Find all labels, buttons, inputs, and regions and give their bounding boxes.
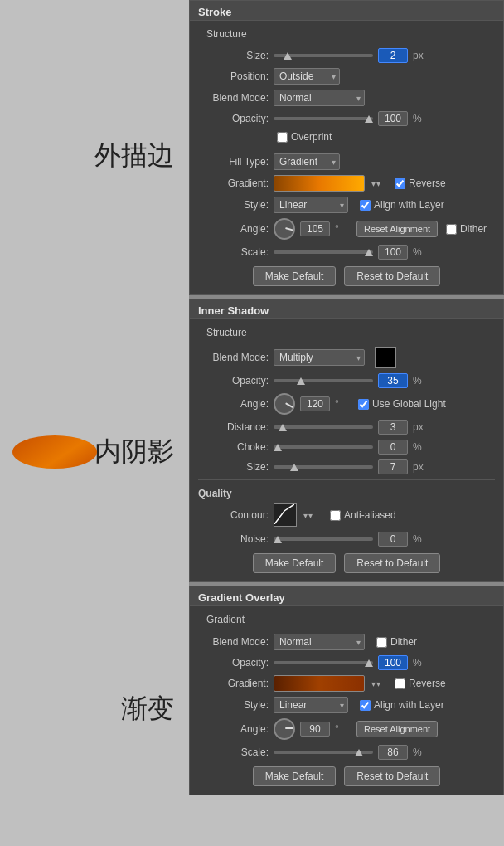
is-angle-dial[interactable] [274, 393, 295, 415]
is-blend-select-wrapper[interactable]: Multiply Normal Screen [274, 349, 365, 366]
go-opacity-slider[interactable] [274, 661, 373, 664]
go-make-default-btn[interactable]: Make Default [253, 766, 337, 786]
scale-label: Scale: [198, 246, 269, 258]
reset-alignment-btn[interactable]: Reset Alignment [356, 221, 438, 237]
shadow-make-default-btn[interactable]: Make Default [253, 553, 337, 573]
scale-unit: % [413, 246, 426, 258]
choke-input[interactable] [378, 440, 408, 455]
opacity-input[interactable] [378, 111, 408, 126]
contour-label: Contour: [198, 509, 269, 521]
blend-mode-select-wrapper[interactable]: Normal Multiply Screen [274, 90, 365, 106]
is-size-label: Size: [198, 461, 269, 473]
position-select[interactable]: Outside Inside Center [274, 68, 340, 85]
angle-unit: ° [335, 223, 348, 235]
go-gradient-bar[interactable] [274, 675, 365, 692]
size-label: Size: [198, 50, 269, 61]
opacity-slider[interactable] [274, 117, 373, 120]
reverse-checkbox[interactable] [395, 178, 405, 189]
go-scale-label: Scale: [198, 746, 269, 758]
go-gradient-dropdown[interactable]: ▾ [371, 678, 385, 689]
overprint-row: Overprint [277, 131, 495, 143]
gradient-dropdown[interactable]: ▾ [371, 177, 385, 189]
scale-input[interactable] [378, 245, 408, 260]
go-scale-unit: % [413, 746, 426, 758]
size-input[interactable] [378, 48, 408, 63]
contour-preview[interactable] [274, 503, 297, 527]
shadow-reset-default-btn[interactable]: Reset to Default [344, 553, 440, 573]
choke-label: Choke: [198, 441, 269, 453]
opacity-unit: % [413, 113, 426, 124]
is-angle-unit: ° [335, 398, 348, 410]
is-size-unit: px [413, 461, 426, 473]
noise-input[interactable] [378, 532, 408, 547]
is-angle-input[interactable] [300, 396, 330, 411]
inner-shadow-panel: Inner Shadow Structure Blend Mode: Multi… [189, 299, 504, 582]
go-reverse-label: Reverse [409, 678, 446, 689]
scale-slider[interactable] [274, 250, 373, 254]
is-opacity-input[interactable] [378, 373, 408, 388]
contour-dropdown[interactable]: ▾ [303, 509, 317, 521]
anti-aliased-checkbox[interactable] [330, 510, 341, 521]
distance-slider[interactable] [274, 425, 373, 429]
is-blend-select[interactable]: Multiply Normal Screen [274, 349, 365, 366]
go-opacity-label: Opacity: [198, 657, 269, 669]
go-scale-slider[interactable] [274, 751, 373, 754]
go-style-select[interactable]: Linear Radial Angle [274, 697, 348, 713]
fill-type-select[interactable]: Gradient Color Pattern [274, 153, 340, 170]
noise-slider[interactable] [274, 537, 373, 541]
go-reverse-checkbox[interactable] [395, 678, 405, 689]
is-blend-label: Blend Mode: [198, 352, 269, 363]
distance-input[interactable] [378, 420, 408, 435]
is-color-swatch[interactable] [375, 347, 396, 368]
angle-dial[interactable] [274, 218, 295, 240]
go-angle-input[interactable] [300, 722, 330, 737]
shadow-label: 内阴影 [94, 434, 174, 470]
style-select[interactable]: Linear Radial Angle [274, 197, 348, 213]
overprint-checkbox[interactable] [277, 132, 288, 143]
go-dither-checkbox[interactable] [376, 637, 387, 648]
go-angle-unit: ° [335, 723, 348, 735]
choke-unit: % [413, 441, 426, 453]
fill-type-label: Fill Type: [198, 156, 269, 168]
gradient-label: 渐变 [121, 691, 174, 727]
go-angle-dial[interactable] [274, 718, 295, 740]
fill-type-select-wrapper[interactable]: Gradient Color Pattern [274, 153, 340, 170]
align-layer-checkbox[interactable] [360, 200, 371, 211]
inner-shadow-structure-label: Structure [198, 324, 495, 342]
gradient-bar[interactable] [274, 175, 365, 192]
go-style-select-wrapper[interactable]: Linear Radial Angle [274, 697, 348, 713]
reverse-label: Reverse [409, 177, 446, 189]
go-blend-select[interactable]: Normal Multiply Screen [274, 634, 365, 650]
stroke-structure-label: Structure [198, 26, 495, 43]
angle-input[interactable] [300, 221, 330, 236]
go-opacity-input[interactable] [378, 655, 408, 670]
noise-unit: % [413, 533, 426, 545]
position-select-wrapper[interactable]: Outside Inside Center [274, 68, 340, 85]
go-dither-label: Dither [390, 636, 417, 648]
is-opacity-unit: % [413, 375, 426, 387]
go-blend-select-wrapper[interactable]: Normal Multiply Screen [274, 634, 365, 650]
is-opacity-label: Opacity: [198, 375, 269, 387]
use-global-light-label: Use Global Light [372, 398, 446, 410]
stroke-make-default-btn[interactable]: Make Default [253, 266, 337, 286]
gradient-label: Gradient: [198, 177, 269, 189]
is-size-slider[interactable] [274, 465, 373, 469]
go-scale-input[interactable] [378, 745, 408, 760]
stroke-reset-default-btn[interactable]: Reset to Default [344, 266, 440, 286]
dither-checkbox[interactable] [446, 224, 457, 235]
size-slider[interactable] [274, 54, 373, 57]
is-opacity-slider[interactable] [274, 379, 373, 382]
go-reset-alignment-btn[interactable]: Reset Alignment [356, 721, 438, 737]
blend-mode-select[interactable]: Normal Multiply Screen [274, 90, 365, 106]
go-align-layer-checkbox[interactable] [360, 700, 371, 711]
dither-label: Dither [460, 223, 487, 235]
go-blend-label: Blend Mode: [198, 636, 269, 648]
is-size-input[interactable] [378, 459, 408, 474]
gradient-overlay-panel: Gradient Overlay Gradient Blend Mode: No… [189, 586, 504, 795]
use-global-light-checkbox[interactable] [358, 399, 369, 410]
go-reset-default-btn[interactable]: Reset to Default [344, 766, 440, 786]
blend-mode-label: Blend Mode: [198, 92, 269, 104]
choke-slider[interactable] [274, 445, 373, 449]
style-label: Style: [198, 199, 269, 211]
style-select-wrapper[interactable]: Linear Radial Angle [274, 197, 348, 213]
